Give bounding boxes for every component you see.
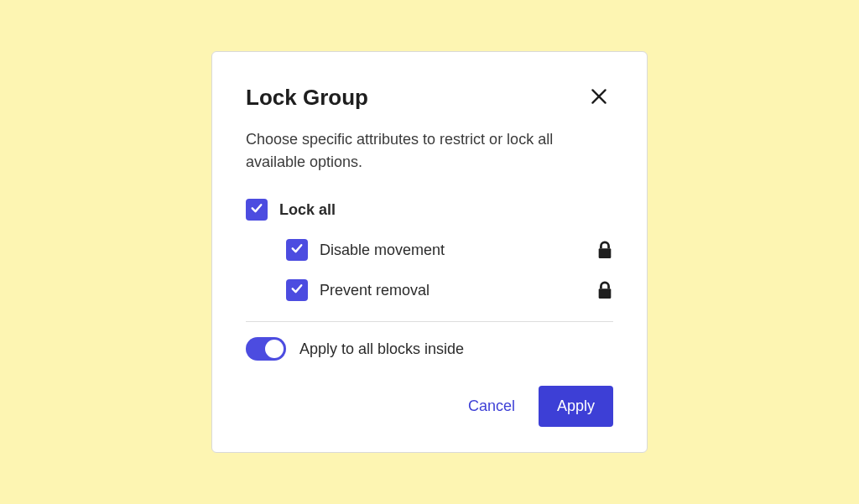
prevent-removal-checkbox[interactable] <box>286 279 308 301</box>
apply-all-label: Apply to all blocks inside <box>299 340 464 358</box>
svg-rect-3 <box>599 288 612 299</box>
svg-rect-2 <box>599 248 612 258</box>
toggle-knob <box>265 340 284 358</box>
modal-header: Lock Group <box>246 82 613 113</box>
lock-all-checkbox[interactable] <box>246 199 268 221</box>
apply-all-row: Apply to all blocks inside <box>246 337 613 361</box>
modal-title: Lock Group <box>246 85 368 111</box>
lock-group-modal: Lock Group Choose specific attributes to… <box>211 51 648 453</box>
check-icon <box>249 200 264 219</box>
disable-movement-checkbox[interactable] <box>286 239 308 261</box>
close-button[interactable] <box>585 82 613 113</box>
apply-all-toggle[interactable] <box>246 337 286 361</box>
apply-button[interactable]: Apply <box>539 386 613 427</box>
lock-icon <box>596 241 613 259</box>
disable-movement-label: Disable movement <box>320 242 585 259</box>
lock-options: Lock all Disable movement <box>246 199 613 301</box>
lock-all-row: Lock all <box>246 199 613 221</box>
check-icon <box>289 241 305 259</box>
check-icon <box>289 281 305 299</box>
divider <box>246 321 613 322</box>
lock-all-label: Lock all <box>279 201 613 219</box>
close-icon <box>588 86 610 110</box>
modal-description: Choose specific attributes to restrict o… <box>246 128 613 174</box>
disable-movement-row: Disable movement <box>246 239 613 261</box>
cancel-button[interactable]: Cancel <box>463 389 520 423</box>
modal-footer: Cancel Apply <box>246 386 613 427</box>
prevent-removal-label: Prevent removal <box>320 282 585 299</box>
lock-icon <box>596 281 613 299</box>
prevent-removal-row: Prevent removal <box>246 279 613 301</box>
